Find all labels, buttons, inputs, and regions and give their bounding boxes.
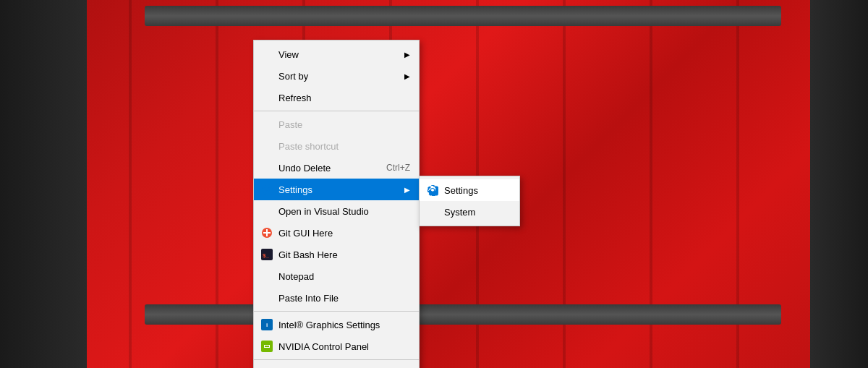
menu-label-nvidia: NVIDIA Control Panel	[278, 341, 410, 352]
no-icon	[260, 269, 274, 283]
menu-label-paste-shortcut: Paste shortcut	[278, 141, 410, 152]
intel-icon: i	[260, 317, 274, 332]
arrow-icon-view: ▶	[404, 51, 410, 59]
menu-label-open-vs: Open in Visual Studio	[278, 206, 410, 217]
menu-item-paste[interactable]: Paste	[254, 114, 419, 135]
no-icon	[425, 205, 440, 219]
intel-logo: i	[261, 319, 273, 330]
no-icon	[260, 117, 274, 132]
menu-label-refresh: Refresh	[278, 93, 410, 103]
menu-label-paste: Paste	[278, 119, 410, 130]
arrow-icon-sort-by: ▶	[404, 72, 410, 80]
menu-label-view: View	[278, 49, 399, 60]
separator-2	[254, 311, 419, 312]
separator-1	[254, 111, 419, 111]
menu-label-undo-delete: Undo Delete	[278, 163, 372, 174]
svg-text:$_: $_	[263, 252, 269, 259]
submenu-item-settings[interactable]: Settings	[420, 179, 519, 201]
context-menu-wrapper: View ▶ Sort by ▶ Refresh Paste Paste sho…	[253, 40, 420, 368]
submenu-label-system: System	[444, 207, 511, 218]
menu-label-sort-by: Sort by	[278, 71, 399, 82]
submenu-item-system[interactable]: System	[420, 201, 519, 223]
no-icon	[260, 291, 274, 305]
git-gui-icon	[260, 226, 274, 240]
no-icon	[260, 161, 274, 175]
context-menu: View ▶ Sort by ▶ Refresh Paste Paste sho…	[253, 40, 420, 368]
panel-left	[0, 0, 87, 368]
menu-item-intel-graphics[interactable]: i Intel® Graphics Settings	[254, 314, 419, 335]
menu-label-settings: Settings	[278, 184, 399, 195]
menu-item-open-vs[interactable]: Open in Visual Studio	[254, 200, 419, 222]
menu-item-paste-into-file[interactable]: Paste Into File	[254, 287, 419, 309]
metal-bar-bottom	[145, 304, 781, 325]
no-icon	[260, 69, 274, 83]
arrow-icon-settings: ▶	[404, 186, 410, 194]
menu-item-git-gui[interactable]: Git GUI Here	[254, 222, 419, 244]
menu-item-undo-delete[interactable]: Undo Delete Ctrl+Z	[254, 157, 419, 179]
shortcut-undo-delete: Ctrl+Z	[386, 163, 410, 173]
menu-label-git-gui: Git GUI Here	[278, 228, 410, 239]
no-icon	[260, 139, 274, 153]
menu-item-paste-shortcut[interactable]: Paste shortcut	[254, 135, 419, 157]
menu-label-paste-into-file: Paste Into File	[278, 293, 410, 304]
settings-submenu: Settings System	[419, 176, 520, 226]
menu-item-view[interactable]: View ▶	[254, 43, 419, 65]
separator-3	[254, 359, 419, 360]
menu-item-nvidia[interactable]: NVIDIA Control Panel	[254, 335, 419, 357]
menu-item-sort-by[interactable]: Sort by ▶	[254, 65, 419, 87]
menu-label-notepad: Notepad	[278, 271, 410, 282]
no-icon	[260, 47, 274, 61]
menu-item-git-bash[interactable]: $_ Git Bash Here	[254, 244, 419, 265]
no-icon	[260, 90, 274, 105]
nvidia-logo	[261, 341, 273, 352]
submenu-label-settings: Settings	[444, 185, 511, 196]
menu-label-git-bash: Git Bash Here	[278, 249, 410, 260]
menu-item-refresh[interactable]: Refresh	[254, 87, 419, 108]
menu-item-new[interactable]: New ▶	[254, 362, 419, 368]
git-bash-icon: $_	[260, 247, 274, 262]
submenu-settings-gear-icon	[425, 183, 440, 197]
nvidia-icon	[260, 339, 274, 354]
menu-item-settings[interactable]: Settings ▶ Settings System	[254, 179, 419, 200]
settings-gear-icon	[260, 182, 274, 197]
no-icon	[260, 204, 274, 218]
metal-bar-top	[145, 6, 781, 26]
menu-label-intel-graphics: Intel® Graphics Settings	[278, 320, 410, 330]
menu-item-notepad[interactable]: Notepad	[254, 265, 419, 287]
panel-right	[810, 0, 868, 368]
